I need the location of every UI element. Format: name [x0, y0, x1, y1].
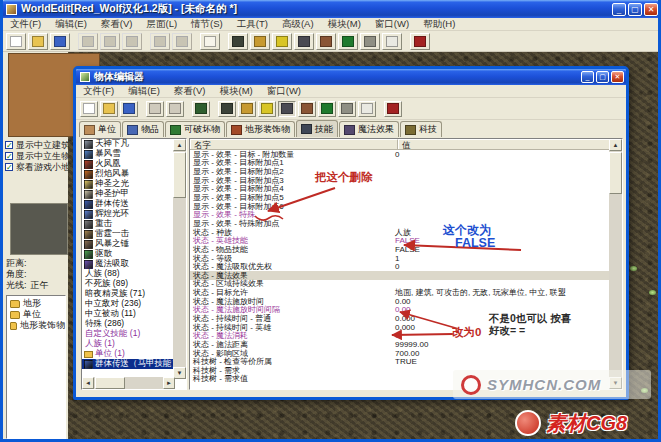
tab-可破坏物[interactable]: 可破坏物 — [165, 121, 225, 137]
dialog-maximize-icon[interactable]: ▢ — [596, 71, 609, 83]
menu-item[interactable]: 编辑(E) — [48, 18, 94, 31]
menu-item[interactable]: 模块(M) — [321, 18, 368, 31]
scroll-thumb[interactable] — [95, 377, 125, 389]
trigger-editor-button[interactable] — [382, 33, 402, 50]
menu-item[interactable]: 情节(S) — [184, 18, 230, 31]
tree-horizontal-scrollbar[interactable]: ◄ ► — [82, 377, 175, 389]
menu-item[interactable]: 察看(V) — [167, 85, 213, 98]
close-icon[interactable]: ✕ — [644, 3, 658, 16]
tab-科技[interactable]: 科技 — [400, 121, 442, 137]
save-button[interactable] — [120, 101, 138, 117]
open-button[interactable] — [100, 101, 118, 117]
pathing-view-button[interactable] — [360, 33, 380, 50]
tree-item[interactable]: 辉煌光环 — [82, 209, 173, 219]
tree-item[interactable]: 火凤凰 — [82, 159, 173, 169]
tree-category[interactable]: 中立敌对 (236) — [82, 299, 173, 309]
menu-item[interactable]: 编辑(E) — [121, 85, 167, 98]
palette-item-地形装饰物[interactable]: 地形装饰物 — [7, 320, 65, 331]
region-editor-button[interactable] — [318, 101, 336, 117]
tree-item[interactable]: 烈焰风暴 — [82, 169, 173, 179]
camera-editor-button[interactable] — [316, 33, 336, 50]
tree-item[interactable]: 群体传送 — [82, 199, 173, 209]
sound-editor-button[interactable] — [258, 101, 276, 117]
column-name[interactable]: 名字 — [190, 139, 398, 149]
main-titlebar[interactable]: WorldEdit[Red_Wolf汉化1.2版] - [未命名的 *] _ ▢… — [0, 0, 661, 18]
sound-editor-button[interactable] — [272, 33, 292, 50]
checkbox-checked-icon[interactable]: ✓ — [5, 152, 13, 160]
menu-item[interactable]: 文件(F) — [76, 85, 121, 98]
tab-物品[interactable]: 物品 — [122, 121, 164, 137]
paste-object-button[interactable] — [166, 101, 184, 117]
terrain-editor-button[interactable] — [218, 101, 236, 117]
tree-item-selected[interactable]: 群体传送（马甲技能） — [82, 359, 173, 369]
region-editor-button[interactable] — [338, 33, 358, 50]
scroll-left-icon[interactable]: ◄ — [82, 377, 94, 389]
tree-item[interactable]: 重击 — [82, 219, 173, 229]
doodad-editor-button[interactable] — [238, 101, 256, 117]
open-map-button[interactable] — [28, 33, 48, 50]
scroll-up-icon[interactable]: ▲ — [173, 139, 186, 151]
menu-item[interactable]: 察看(V) — [94, 18, 140, 31]
scroll-thumb[interactable] — [609, 152, 622, 194]
checkbox-checked-icon[interactable]: ✓ — [5, 141, 13, 149]
tree-category[interactable]: 人族 (1) — [82, 339, 173, 349]
tab-技能[interactable]: 技能 — [296, 120, 338, 137]
tree-item[interactable]: 神圣之光 — [82, 179, 173, 189]
tree-item[interactable]: 神圣护甲 — [82, 189, 173, 199]
menu-item[interactable]: 层面(L) — [139, 18, 184, 31]
display-values-button[interactable] — [192, 101, 210, 117]
dialog-close-icon[interactable]: ✕ — [611, 71, 624, 83]
tree-category[interactable]: 特殊 (286) — [82, 319, 173, 329]
menu-item[interactable]: 文件(F) — [3, 18, 48, 31]
tree-category[interactable]: 自定义技能 (1) — [82, 329, 173, 339]
selection-marquee-button[interactable] — [200, 33, 220, 50]
tab-魔法效果[interactable]: 魔法效果 — [339, 121, 399, 137]
list-header[interactable]: 名字 值 — [190, 139, 622, 150]
list-vertical-scrollbar[interactable]: ▲ ▼ — [609, 139, 622, 389]
tree-item[interactable]: 魔法吸取 — [82, 259, 173, 269]
tree-item[interactable]: 风暴之锤 — [82, 239, 173, 249]
trigger-editor-button[interactable] — [358, 101, 376, 117]
tree-vertical-scrollbar[interactable]: ▲ ▼ — [173, 139, 186, 379]
new-object-button[interactable] — [80, 101, 98, 117]
menu-item[interactable]: 窗口(W) — [260, 85, 308, 98]
tab-单位[interactable]: 单位 — [79, 121, 121, 137]
tree-item[interactable]: 暴风雪 — [82, 149, 173, 159]
maximize-icon[interactable]: ▢ — [628, 3, 642, 16]
unit-editor-button[interactable] — [294, 33, 314, 50]
menu-item[interactable]: 工具(T) — [230, 18, 275, 31]
menu-item[interactable]: 帮助(H) — [416, 18, 462, 31]
tree-category[interactable]: 人族 (88) — [82, 269, 173, 279]
tree-category[interactable]: 中立被动 (11) — [82, 309, 173, 319]
unit-editor-button[interactable] — [278, 101, 296, 117]
save-map-button[interactable] — [50, 33, 70, 50]
camera-editor-button[interactable] — [298, 101, 316, 117]
pathing-view-button[interactable] — [338, 101, 356, 117]
tab-地形装饰物[interactable]: 地形装饰物 — [226, 121, 295, 137]
terrain-editor-button[interactable] — [228, 33, 248, 50]
scroll-up-icon[interactable]: ▲ — [609, 139, 622, 151]
minimize-icon[interactable]: _ — [612, 3, 626, 16]
test-map-button[interactable] — [410, 33, 430, 50]
copy-object-button[interactable] — [146, 101, 164, 117]
tree-item[interactable]: 雷霆一击 — [82, 229, 173, 239]
dialog-minimize-icon[interactable]: _ — [581, 71, 594, 83]
tree-category[interactable]: 不死族 (89) — [82, 279, 173, 289]
scroll-thumb[interactable] — [173, 152, 186, 198]
doodad-editor-button[interactable] — [250, 33, 270, 50]
tree-category[interactable]: 暗夜精灵族 (71) — [82, 289, 173, 299]
menu-item[interactable]: 模块(M) — [212, 85, 259, 98]
column-value[interactable]: 值 — [398, 139, 622, 149]
tree-category[interactable]: 单位 (1) — [82, 349, 173, 359]
tree-item[interactable]: 天神下凡 — [82, 139, 173, 149]
menu-item[interactable]: 窗口(W) — [368, 18, 416, 31]
scroll-right-icon[interactable]: ► — [163, 377, 175, 389]
dialog-titlebar[interactable]: 物体编辑器 _ ▢ ✕ — [76, 69, 626, 85]
new-map-button[interactable] — [6, 33, 26, 50]
folder-icon — [10, 311, 20, 319]
checkbox-checked-icon[interactable]: ✓ — [5, 163, 13, 171]
sidebar-checkbox[interactable]: ✓察看游戏小地图 — [3, 162, 68, 173]
test-map-button[interactable] — [384, 101, 402, 117]
menu-item[interactable]: 高级(A) — [275, 18, 321, 31]
tree-item[interactable]: 驱散 — [82, 249, 173, 259]
